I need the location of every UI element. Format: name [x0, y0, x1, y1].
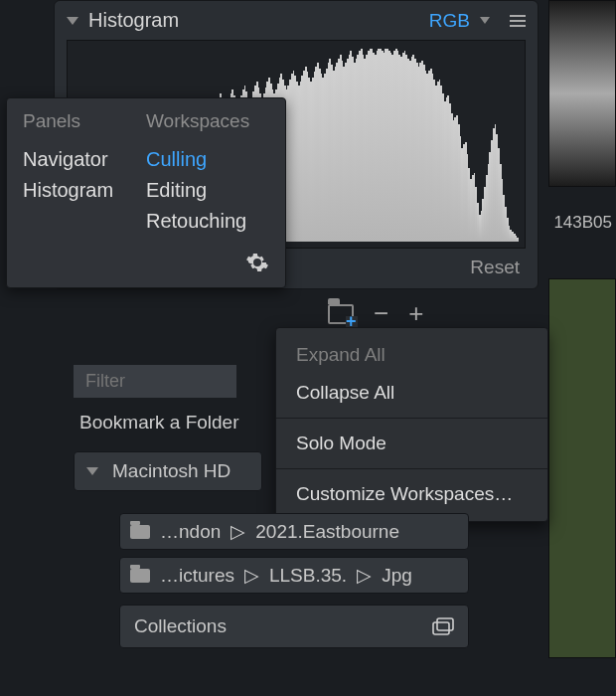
folder-row[interactable]: …ictures ▷ LLSB.35. ▷ Jpg	[119, 557, 469, 594]
drive-name: Macintosh HD	[112, 460, 231, 482]
menu-separator	[276, 468, 547, 469]
folder-toolbar: + − +	[328, 298, 423, 329]
svg-rect-0	[433, 622, 449, 634]
panel-option-navigator[interactable]: Navigator	[23, 144, 146, 175]
context-menu: Expand All Collapse All Solo Mode Custom…	[275, 327, 548, 522]
workspace-popup: Panels Navigator Histogram Workspaces Cu…	[6, 97, 286, 288]
folder-icon	[130, 525, 150, 539]
collections-row[interactable]: Collections	[119, 605, 469, 648]
column-header-panels: Panels	[23, 110, 146, 132]
plus-badge-icon: +	[346, 316, 358, 328]
path-segment: LLSB.35.	[269, 565, 347, 587]
folder-row[interactable]: …ndon ▷ 2021.Eastbourne	[119, 513, 469, 550]
stack-icon	[432, 617, 454, 635]
collections-label: Collections	[134, 615, 227, 637]
column-header-workspaces: Workspaces	[146, 110, 269, 132]
path-separator-icon: ▷	[357, 564, 372, 587]
chevron-down-icon	[86, 467, 98, 475]
channel-selector[interactable]: RGB	[429, 10, 470, 32]
thumbnail-image[interactable]	[548, 0, 616, 187]
add-folder-button[interactable]: +	[328, 304, 354, 324]
thumbnail-image[interactable]	[548, 278, 616, 658]
drive-row[interactable]: Macintosh HD	[74, 451, 262, 491]
filter-input[interactable]	[74, 365, 236, 398]
panel-menu-icon[interactable]	[510, 15, 526, 27]
menu-customize-workspaces[interactable]: Customize Workspaces…	[276, 475, 547, 513]
panel-title: Histogram	[88, 9, 429, 32]
path-segment: …ictures	[160, 565, 234, 587]
zoom-out-button[interactable]: −	[374, 298, 388, 329]
folder-icon	[130, 569, 150, 583]
menu-solo-mode[interactable]: Solo Mode	[276, 425, 547, 462]
bookmark-hint: Bookmark a Folder	[79, 412, 239, 434]
chevron-down-icon[interactable]	[480, 17, 490, 24]
menu-expand-all[interactable]: Expand All	[276, 336, 547, 374]
gear-icon	[245, 251, 269, 274]
thumbnail-filename: 143B05	[553, 213, 612, 233]
path-separator-icon: ▷	[231, 520, 245, 543]
menu-separator	[276, 418, 547, 419]
path-segment: Jpg	[382, 565, 412, 587]
workspace-option-editing[interactable]: Editing	[146, 175, 269, 206]
zoom-in-button[interactable]: +	[408, 298, 423, 329]
path-separator-icon: ▷	[244, 564, 259, 587]
path-segment: 2021.Eastbourne	[255, 521, 399, 543]
panel-option-histogram[interactable]: Histogram	[23, 175, 146, 206]
settings-gear-button[interactable]	[7, 247, 285, 279]
collapse-chevron-icon[interactable]	[67, 17, 78, 25]
path-segment: …ndon	[160, 521, 221, 543]
svg-rect-1	[437, 618, 453, 630]
workspace-option-culling[interactable]: Culling	[146, 144, 269, 175]
workspace-option-retouching[interactable]: Retouching	[146, 206, 269, 237]
menu-collapse-all[interactable]: Collapse All	[276, 374, 547, 412]
